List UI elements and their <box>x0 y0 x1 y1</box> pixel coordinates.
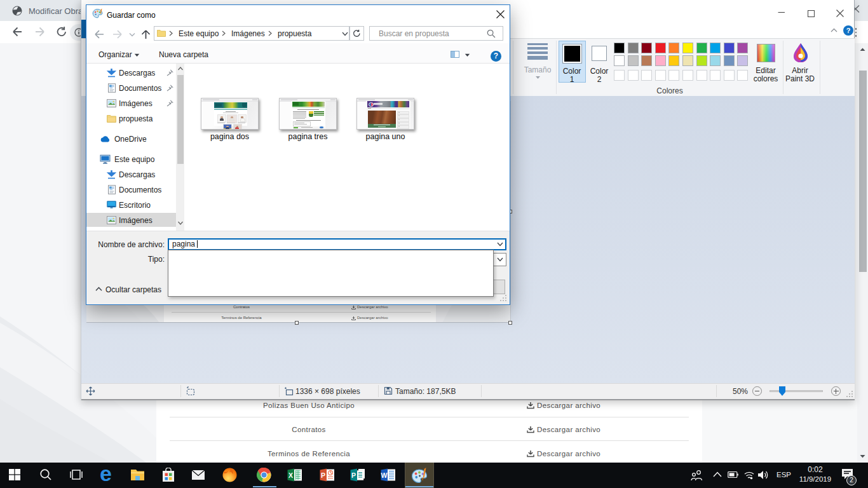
svg-text:X: X <box>288 471 293 479</box>
svg-text:W: W <box>381 471 388 479</box>
svg-text:P: P <box>351 471 356 479</box>
svg-text:P: P <box>321 471 325 479</box>
